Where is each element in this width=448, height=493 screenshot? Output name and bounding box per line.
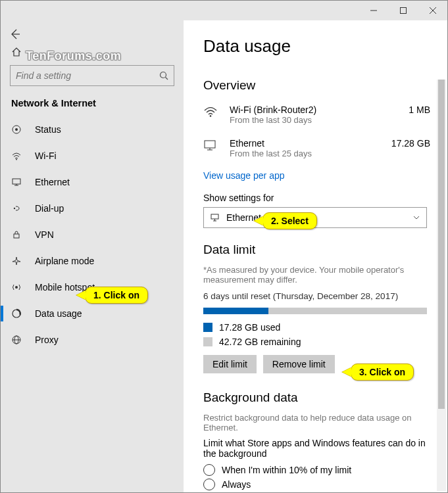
overview-wifi-value: 1 MB <box>409 105 430 115</box>
progress-fill <box>203 308 268 314</box>
close-button[interactable] <box>418 1 447 20</box>
hotspot-icon <box>11 282 24 293</box>
sidebar-item-ethernet[interactable]: Ethernet <box>1 169 184 195</box>
background-heading: Background data <box>203 390 436 405</box>
radio-option-within10[interactable]: When I'm within 10% of my limit <box>203 464 436 476</box>
scrollbar[interactable] <box>437 80 446 491</box>
status-icon <box>11 124 24 135</box>
main-content: Data usage Overview Wi-Fi (Brink-Router2… <box>184 20 447 492</box>
page-title: Data usage <box>203 36 447 57</box>
ethernet-icon <box>203 138 222 153</box>
overview-eth-value: 17.28 GB <box>391 138 430 149</box>
maximize-button[interactable] <box>388 1 418 20</box>
sidebar-item-wifi[interactable]: Wi-Fi <box>1 143 184 169</box>
used-label: 17.28 GB used <box>219 322 280 333</box>
titlebar <box>1 1 447 20</box>
callout-3: 3. Click on <box>351 364 414 381</box>
data-limit-note: *As measured by your device. Your mobile… <box>203 265 436 285</box>
remaining-label: 42.72 GB remaining <box>219 337 301 347</box>
sidebar-item-proxy[interactable]: Proxy <box>1 327 184 353</box>
ethernet-icon <box>11 177 24 187</box>
sidebar-item-label: Dial-up <box>35 203 64 214</box>
sidebar-item-label: Wi-Fi <box>35 151 57 161</box>
overview-row-wifi: Wi-Fi (Brink-Router2) From the last 30 d… <box>203 101 436 134</box>
sidebar-item-label: Airplane mode <box>35 256 94 266</box>
search-input[interactable] <box>10 65 174 86</box>
svg-point-20 <box>210 115 212 117</box>
remove-limit-button[interactable]: Remove limit <box>263 355 335 373</box>
legend-remaining: 42.72 GB remaining <box>203 337 436 347</box>
legend-swatch-remaining <box>203 337 212 346</box>
dialup-icon <box>11 203 24 214</box>
svg-point-5 <box>161 72 166 78</box>
background-desc: Restrict background data to help reduce … <box>203 413 436 433</box>
data-limit-heading: Data limit <box>203 243 436 257</box>
callout-2: 2. Select <box>262 212 317 229</box>
wifi-icon <box>203 105 222 119</box>
overview-eth-name: Ethernet <box>230 138 391 149</box>
background-limit-label: Limit what Store apps and Windows featur… <box>203 438 427 459</box>
back-button[interactable] <box>2 24 28 44</box>
airplane-icon <box>11 256 24 266</box>
radio-label: When I'm within 10% of my limit <box>222 465 351 475</box>
sidebar-item-label: VPN <box>35 229 54 240</box>
sidebar-item-dialup[interactable]: Dial-up <box>1 195 184 222</box>
overview-row-ethernet: Ethernet From the last 25 days 17.28 GB <box>203 134 436 168</box>
svg-rect-10 <box>12 179 20 184</box>
reset-info: 6 days until reset (Thursday, December 2… <box>203 291 436 301</box>
search-field[interactable] <box>16 70 159 81</box>
sidebar: TenForums.com Network & Internet Status … <box>1 20 184 492</box>
show-settings-label: Show settings for <box>203 193 436 203</box>
category-title: Network & Internet <box>1 94 184 116</box>
sidebar-item-airplane[interactable]: Airplane mode <box>1 248 184 274</box>
svg-point-9 <box>16 159 17 160</box>
sidebar-item-status[interactable]: Status <box>1 116 184 143</box>
search-icon <box>159 71 168 80</box>
svg-rect-14 <box>14 234 19 238</box>
legend-swatch-used <box>203 323 212 332</box>
sidebar-item-label: Ethernet <box>35 177 70 187</box>
svg-point-13 <box>14 208 15 209</box>
datausage-icon <box>11 308 24 319</box>
svg-line-6 <box>166 78 168 80</box>
sidebar-item-label: Status <box>35 124 61 135</box>
radio-icon <box>203 464 215 476</box>
radio-option-always[interactable]: Always <box>203 479 436 490</box>
legend-used: 17.28 GB used <box>203 322 436 333</box>
overview-eth-sub: From the last 25 days <box>230 149 391 158</box>
svg-point-15 <box>15 286 18 289</box>
radio-label: Always <box>222 479 251 490</box>
proxy-icon <box>11 335 24 345</box>
minimize-button[interactable] <box>359 1 388 20</box>
edit-limit-button[interactable]: Edit limit <box>203 355 257 373</box>
overview-wifi-name: Wi-Fi (Brink-Router2) <box>230 105 409 115</box>
home-icon[interactable] <box>11 47 22 57</box>
sidebar-item-vpn[interactable]: VPN <box>1 222 184 248</box>
overview-heading: Overview <box>203 78 436 93</box>
sidebar-item-label: Data usage <box>35 308 82 319</box>
view-usage-link[interactable]: View usage per app <box>203 170 285 181</box>
radio-icon <box>203 479 215 490</box>
wifi-icon <box>11 151 24 161</box>
overview-wifi-sub: From the last 30 days <box>230 115 409 125</box>
ethernet-icon <box>211 213 220 222</box>
svg-rect-24 <box>211 214 218 219</box>
svg-point-8 <box>15 128 18 131</box>
chevron-down-icon <box>413 214 420 221</box>
sidebar-item-datausage[interactable]: Data usage <box>1 300 184 327</box>
scrollbar-thumb[interactable] <box>438 80 445 409</box>
callout-1: 1. Click on <box>85 287 148 304</box>
data-limit-progress <box>203 308 427 314</box>
sidebar-item-label: Proxy <box>35 335 59 345</box>
vpn-icon <box>11 229 24 240</box>
svg-rect-21 <box>205 141 215 148</box>
svg-rect-1 <box>400 8 406 14</box>
